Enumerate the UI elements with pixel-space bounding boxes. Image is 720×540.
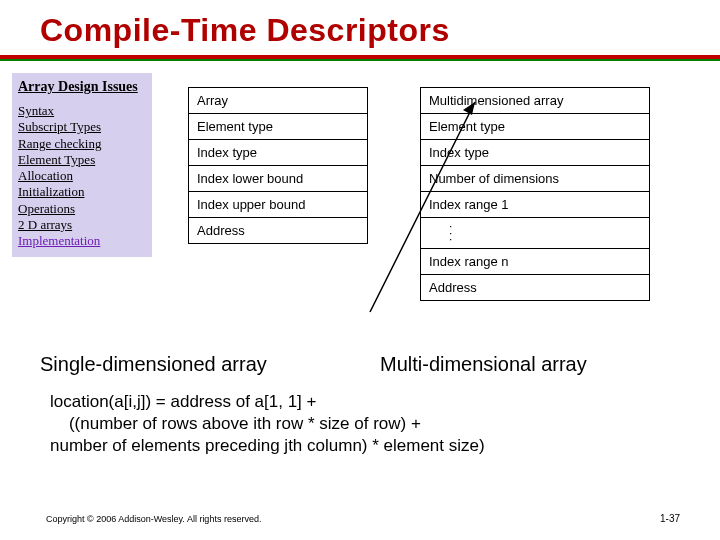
desc-row: Index range 1: [421, 192, 649, 218]
desc-row: Address: [421, 275, 649, 300]
formula-line1: location(a[i,j]) = address of a[1, 1] +: [50, 392, 316, 411]
sidebar-item-range-checking[interactable]: Range checking: [18, 136, 146, 152]
desc-row: Array: [189, 88, 367, 114]
desc-row: Index type: [421, 140, 649, 166]
single-array-descriptor: Array Element type Index type Index lowe…: [188, 87, 368, 244]
formula-line2: ((number of rows above ith row * size of…: [69, 414, 421, 433]
slide-title: Compile-Time Descriptors: [40, 12, 680, 49]
desc-row: Element type: [421, 114, 649, 140]
sidebar-item-allocation[interactable]: Allocation: [18, 168, 146, 184]
content-area: Array Design Issues Syntax Subscript Typ…: [40, 73, 680, 503]
multi-array-box: Multidimensioned array Element type Inde…: [420, 87, 650, 301]
multi-array-descriptor: Multidimensioned array Element type Inde…: [420, 87, 650, 301]
sidebar-item-operations[interactable]: Operations: [18, 201, 146, 217]
sidebar-item-implementation[interactable]: Implementation: [18, 233, 146, 249]
slide: Compile-Time Descriptors Array Design Is…: [0, 0, 720, 540]
location-formula: location(a[i,j]) = address of a[1, 1] + …: [50, 391, 670, 457]
sidebar: Array Design Issues Syntax Subscript Typ…: [12, 73, 152, 257]
desc-row: Index upper bound: [189, 192, 367, 218]
desc-row: Multidimensioned array: [421, 88, 649, 114]
sidebar-item-2d-arrays[interactable]: 2 D arrays: [18, 217, 146, 233]
sidebar-item-subscript-types[interactable]: Subscript Types: [18, 119, 146, 135]
sidebar-item-initialization[interactable]: Initialization: [18, 184, 146, 200]
caption-single: Single-dimensioned array: [40, 353, 267, 376]
ellipsis: ···: [421, 218, 649, 249]
desc-row: Index type: [189, 140, 367, 166]
sidebar-item-syntax[interactable]: Syntax: [18, 103, 146, 119]
desc-row: Index lower bound: [189, 166, 367, 192]
sidebar-item-element-types[interactable]: Element Types: [18, 152, 146, 168]
sidebar-heading: Array Design Issues: [18, 79, 146, 95]
divider-green: [0, 59, 720, 61]
desc-row: Address: [189, 218, 367, 243]
copyright: Copyright © 2006 Addison-Wesley. All rig…: [46, 514, 680, 524]
single-array-box: Array Element type Index type Index lowe…: [188, 87, 368, 244]
desc-row: Number of dimensions: [421, 166, 649, 192]
caption-multi: Multi-dimensional array: [380, 353, 587, 376]
desc-row: Index range n: [421, 249, 649, 275]
page-number: 1-37: [660, 513, 680, 524]
formula-line3: number of elements preceding jth column)…: [50, 436, 485, 455]
desc-row: Element type: [189, 114, 367, 140]
